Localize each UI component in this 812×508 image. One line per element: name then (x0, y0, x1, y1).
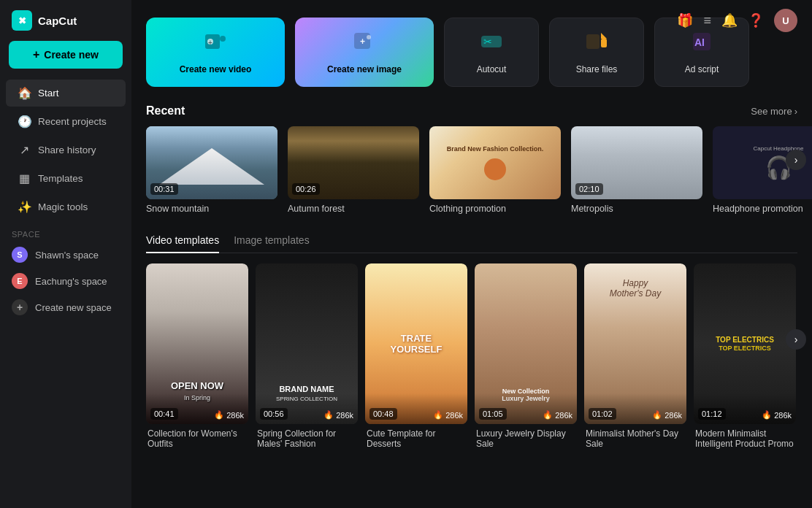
sidebar: ✖ CapCut + Create new 🏠 Start 🕐 Recent p… (0, 0, 131, 508)
tab-video-templates[interactable]: Video templates (146, 234, 219, 253)
avatar-shawn: S (12, 247, 28, 263)
ad-script-icon: AI (690, 30, 713, 58)
clock-icon: 🕐 (18, 115, 31, 128)
see-more-button[interactable]: See more › (751, 106, 797, 117)
home-icon: 🏠 (18, 86, 31, 100)
recent-item-clothing[interactable]: Brand New Fashion Collection. Clothing p… (429, 126, 561, 214)
svg-text:✂: ✂ (483, 36, 492, 47)
help-icon[interactable]: ❓ (748, 12, 764, 28)
autocut-card[interactable]: ✂ Autocut (444, 18, 539, 87)
t4-name: Luxury Jewelry Display Sale (475, 428, 577, 449)
recent-item-snow[interactable]: 00:31 Snow mountain (146, 126, 277, 214)
logo: ✖ CapCut (0, 10, 131, 41)
svg-point-1 (220, 36, 226, 42)
recent-thumb-clothing: Brand New Fashion Collection. (429, 126, 561, 199)
recent-thumb-metro: 02:10 (571, 126, 702, 199)
svg-text:AI: AI (694, 36, 705, 48)
recent-scroll-next[interactable]: › (786, 150, 806, 170)
main-content: 🎁 ≡ 🔔 ❓ U + Create new video + Create ne… (131, 0, 812, 508)
chevron-right-icon: › (794, 106, 797, 117)
template-thumb-t6: TOP ELECTRICSTOP ELECTRICS 01:12 🔥 286k (694, 263, 796, 424)
sidebar-item-recent-projects[interactable]: 🕐 Recent projects (6, 108, 126, 135)
template-item-t5[interactable]: HappyMother's Day 01:02 🔥 286k Minimalis… (584, 263, 686, 449)
template-thumb-t3: TRATEYOURSELF 00:48 🔥 286k (365, 263, 467, 424)
create-image-card[interactable]: + Create new image (295, 18, 434, 87)
autocut-icon: ✂ (480, 30, 503, 58)
sidebar-item-magic-tools[interactable]: ✨ Magic tools (6, 193, 126, 220)
metro-badge: 02:10 (575, 183, 603, 195)
template-thumb-t5: HappyMother's Day 01:02 🔥 286k (584, 263, 686, 424)
video-icon: + (204, 30, 227, 58)
forest-badge: 00:26 (292, 183, 320, 195)
template-grid: OPEN NOWIn Spring 00:41 🔥 286k Collectio… (146, 263, 797, 449)
templates-icon: ▦ (18, 172, 31, 185)
recent-title: Recent (146, 104, 185, 118)
t4-time: 01:05 (479, 408, 507, 420)
recent-grid: 00:31 Snow mountain 00:26 Autumn forest … (146, 126, 797, 214)
t5-time: 01:02 (589, 408, 616, 420)
space-shawn[interactable]: S Shawn's space (0, 242, 131, 268)
t1-time: 00:41 (150, 408, 178, 420)
user-avatar[interactable]: U (774, 9, 797, 32)
template-tabs: Video templates Image templates (146, 234, 797, 253)
svg-rect-9 (586, 34, 600, 49)
menu-icon[interactable]: ≡ (703, 13, 711, 28)
svg-marker-10 (601, 33, 607, 39)
add-space-icon: + (12, 299, 28, 315)
share-icon: ↗ (18, 143, 31, 157)
template-item-t2[interactable]: BRAND NAMESPRING COLLECTION 00:56 🔥 286k… (256, 263, 358, 449)
template-thumb-t4: New CollectionLuxury Jewelry 01:05 🔥 286… (475, 263, 577, 424)
t5-likes: 🔥 286k (652, 410, 682, 420)
forest-name: Autumn forest (288, 204, 419, 214)
topbar: 🎁 ≡ 🔔 ❓ U (677, 9, 797, 32)
template-item-t6[interactable]: TOP ELECTRICSTOP ELECTRICS 01:12 🔥 286k … (694, 263, 796, 449)
avatar-eachung: E (12, 273, 28, 289)
headphone-name: Headphone promotion (713, 204, 812, 214)
template-item-t4[interactable]: New CollectionLuxury Jewelry 01:05 🔥 286… (475, 263, 577, 449)
sidebar-item-start[interactable]: 🏠 Start (6, 80, 126, 107)
t3-time: 00:48 (369, 408, 397, 420)
recent-thumb-snow: 00:31 (146, 126, 277, 199)
template-scroll-next[interactable]: › (786, 329, 806, 350)
recent-item-metro[interactable]: 02:10 Metropolis (571, 126, 702, 214)
svg-point-5 (367, 35, 371, 39)
svg-rect-11 (601, 39, 607, 47)
t3-likes: 🔥 286k (433, 410, 463, 420)
space-label: SPACE (0, 221, 131, 242)
recent-thumb-forest: 00:26 (288, 126, 419, 199)
tab-image-templates[interactable]: Image templates (234, 234, 310, 253)
sidebar-item-templates[interactable]: ▦ Templates (6, 165, 126, 192)
t5-name: Minimalist Mother's Day Sale (584, 428, 686, 449)
create-new-button[interactable]: + Create new (9, 41, 123, 69)
logo-text: CapCut (38, 15, 77, 27)
image-icon: + (353, 30, 376, 58)
space-eachung[interactable]: E Eachung's space (0, 268, 131, 294)
t2-likes: 🔥 286k (323, 410, 353, 420)
t6-name: Modern Minimalist Intelligent Product Pr… (694, 428, 796, 449)
sidebar-item-share-history[interactable]: ↗ Share history (6, 136, 126, 163)
recent-section-header: Recent See more › (146, 104, 797, 118)
magic-icon: ✨ (18, 200, 31, 214)
create-new-space[interactable]: + Create new space (0, 294, 131, 320)
share-files-card[interactable]: Share files (549, 18, 644, 87)
gift-icon[interactable]: 🎁 (677, 12, 693, 28)
t3-name: Cute Template for Desserts (365, 428, 467, 449)
clothing-name: Clothing promotion (429, 204, 561, 214)
recent-item-forest[interactable]: 00:26 Autumn forest (288, 126, 419, 214)
t2-time: 00:56 (260, 408, 288, 420)
snow-name: Snow mountain (146, 204, 277, 214)
t1-likes: 🔥 286k (214, 410, 244, 420)
bell-icon[interactable]: 🔔 (721, 12, 738, 28)
svg-text:+: + (208, 39, 212, 47)
t1-name: Collection for Women's Outfits (146, 428, 248, 449)
template-thumb-t2: BRAND NAMESPRING COLLECTION 00:56 🔥 286k (256, 263, 358, 424)
template-thumb-t1: OPEN NOWIn Spring 00:41 🔥 286k (146, 263, 248, 424)
template-item-t3[interactable]: TRATEYOURSELF 00:48 🔥 286k Cute Template… (365, 263, 467, 449)
metro-name: Metropolis (571, 204, 702, 214)
share-files-icon (585, 30, 608, 58)
recent-item-headphone[interactable]: Capcut Headphone 🎧 Headphone promotion (713, 126, 812, 214)
logo-icon: ✖ (12, 10, 32, 31)
create-video-card[interactable]: + Create new video (146, 18, 285, 87)
t2-name: Spring Collection for Males' Fashion (256, 428, 358, 449)
template-item-t1[interactable]: OPEN NOWIn Spring 00:41 🔥 286k Collectio… (146, 263, 248, 449)
